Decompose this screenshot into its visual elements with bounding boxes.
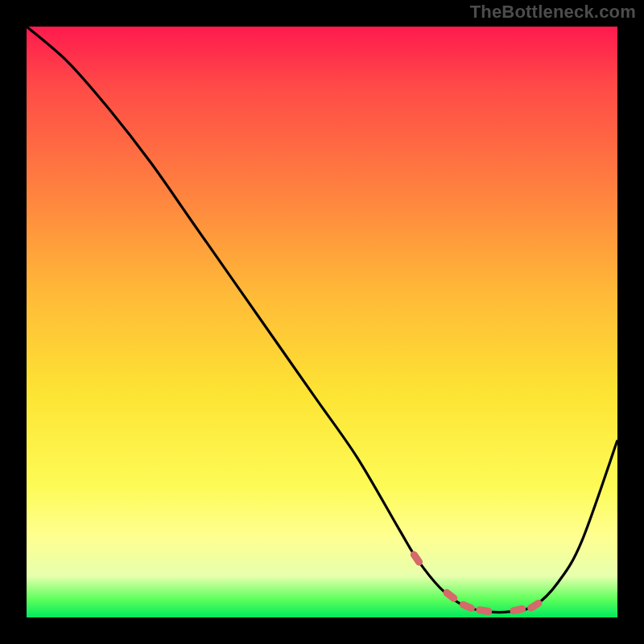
attribution-label: TheBottleneck.com — [470, 2, 636, 23]
plot-area — [27, 27, 617, 617]
optimum-dash — [463, 605, 471, 608]
bottleneck-curve-path — [27, 27, 617, 613]
curve-svg — [27, 27, 617, 617]
optimum-dash — [531, 603, 539, 608]
optimum-dash — [514, 609, 522, 611]
optimum-dash — [414, 555, 419, 562]
optimum-markers — [414, 555, 539, 612]
optimum-dash — [447, 592, 454, 598]
chart-frame: TheBottleneck.com — [0, 0, 644, 644]
optimum-dash — [480, 610, 489, 612]
